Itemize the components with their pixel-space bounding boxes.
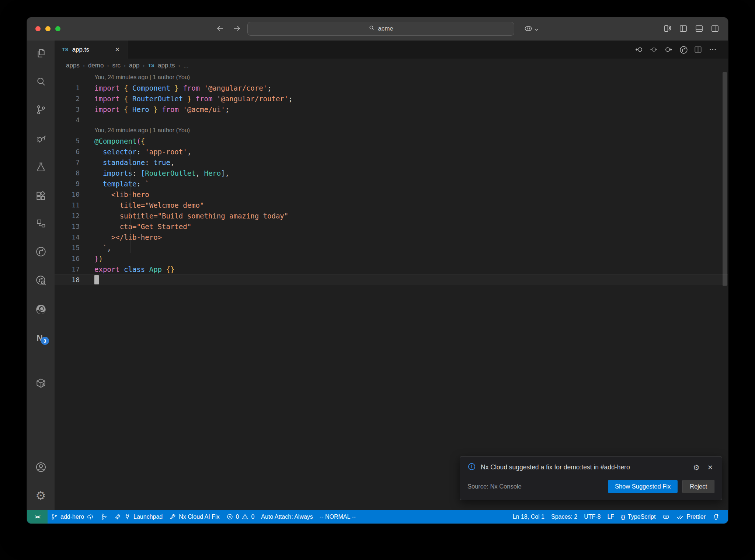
notification-source: Source: Nx Console bbox=[467, 483, 608, 490]
settings-gear-icon[interactable]: ⚙ bbox=[35, 489, 47, 502]
split-editor-icon[interactable] bbox=[694, 45, 702, 54]
code-line-16[interactable]: 16}) bbox=[55, 253, 728, 264]
nx-console-icon[interactable]: N› 3 bbox=[35, 332, 47, 344]
code-line-10[interactable]: 10 <lib-hero bbox=[55, 189, 728, 200]
branch-indicator[interactable]: add-hero bbox=[48, 510, 97, 524]
code-line-6[interactable]: 6 selector: 'app-root', bbox=[55, 146, 728, 157]
notification-close-icon[interactable]: ✕ bbox=[706, 463, 714, 472]
command-center-search[interactable]: acme bbox=[247, 22, 514, 36]
breadcrumb-item-symbol[interactable]: ... bbox=[183, 62, 188, 69]
breadcrumb-item-demo[interactable]: demo bbox=[88, 62, 104, 69]
search-icon bbox=[368, 25, 375, 33]
explorer-icon[interactable] bbox=[35, 47, 47, 59]
code-line-17[interactable]: 17export class App {} bbox=[55, 264, 728, 274]
problems-item[interactable]: 0 0 bbox=[223, 510, 258, 524]
testing-icon[interactable] bbox=[35, 161, 47, 173]
nx-cloud-fix-item[interactable]: Nx Cloud AI Fix bbox=[166, 510, 223, 524]
indentation-item[interactable]: Spaces: 2 bbox=[548, 510, 581, 524]
search-value: acme bbox=[378, 25, 393, 32]
copilot-status-item[interactable] bbox=[659, 510, 673, 524]
source-control-graph-item[interactable] bbox=[97, 510, 111, 524]
code-line-9[interactable]: 9 template: ` bbox=[55, 178, 728, 189]
history-forward-icon[interactable] bbox=[233, 24, 241, 33]
code-line-5[interactable]: 5@Component({ bbox=[55, 136, 728, 146]
formatter-item[interactable]: Prettier bbox=[673, 510, 709, 524]
accounts-icon[interactable] bbox=[35, 461, 47, 473]
show-suggested-fix-button[interactable]: Show Suggested Fix bbox=[608, 480, 678, 493]
breadcrumb: apps › demo › src › app › TS app.ts › ..… bbox=[55, 59, 728, 72]
code-line-3[interactable]: 3import { Hero } from '@acme/ui'; bbox=[55, 104, 728, 115]
code-line-13[interactable]: 13 cta="Get Started" bbox=[55, 221, 728, 232]
tab-close-icon[interactable]: ✕ bbox=[114, 45, 121, 54]
nx-badge: 3 bbox=[41, 337, 49, 345]
breadcrumb-item-file[interactable]: app.ts bbox=[158, 62, 175, 69]
nx-cloud-icon[interactable] bbox=[35, 274, 47, 287]
code-line-18[interactable]: 18 bbox=[55, 274, 728, 285]
code-line-14[interactable]: 14 ></lib-hero> bbox=[55, 232, 728, 242]
toggle-panel-icon[interactable] bbox=[695, 24, 703, 33]
tab-bar: TS app.ts ✕ bbox=[55, 41, 728, 59]
notifications-bell-item[interactable] bbox=[709, 510, 723, 524]
zoom-window-button[interactable] bbox=[55, 26, 60, 31]
notification-message: Nx Cloud suggested a fix for demo:test i… bbox=[481, 463, 687, 471]
code-line-1[interactable]: 1import { Component } from '@angular/cor… bbox=[55, 83, 728, 93]
search-icon[interactable] bbox=[35, 76, 47, 88]
wrench-icon bbox=[169, 513, 176, 520]
remote-indicator[interactable]: >< bbox=[27, 510, 48, 524]
code-line-11[interactable]: 11 title="Welcmoe demo" bbox=[55, 200, 728, 210]
code-line-2[interactable]: 2import { RouterOutlet } from '@angular/… bbox=[55, 93, 728, 104]
code-line-12[interactable]: 12 subtitle="Build something amazing tod… bbox=[55, 210, 728, 221]
cursor-position-item[interactable]: Ln 18, Col 1 bbox=[509, 510, 548, 524]
extensions-icon[interactable] bbox=[35, 190, 47, 202]
breadcrumb-item-src[interactable]: src bbox=[112, 62, 121, 69]
copilot-icon bbox=[662, 513, 670, 521]
code-line-8[interactable]: 8 imports: [RouterOutlet, Hero], bbox=[55, 168, 728, 178]
edge-browser-icon[interactable] bbox=[35, 303, 47, 316]
code-line-7[interactable]: 7 standalone: true, bbox=[55, 157, 728, 168]
double-check-icon bbox=[676, 513, 684, 521]
minimize-window-button[interactable] bbox=[45, 26, 51, 31]
reject-button[interactable]: Reject bbox=[682, 480, 714, 493]
history-back-icon[interactable] bbox=[216, 24, 225, 33]
tab-label: app.ts bbox=[72, 46, 114, 53]
nav-back-icon[interactable] bbox=[635, 45, 643, 54]
containers-icon[interactable] bbox=[35, 377, 47, 389]
activity-bar: N› 3 ⚙ bbox=[27, 41, 55, 510]
hierarchy-icon[interactable] bbox=[35, 217, 47, 230]
plug-icon bbox=[124, 513, 131, 520]
more-actions-icon[interactable] bbox=[709, 45, 717, 54]
breadcrumb-item-apps[interactable]: apps bbox=[66, 62, 80, 69]
tab-app-ts[interactable]: TS app.ts ✕ bbox=[55, 41, 128, 59]
eol-item[interactable]: LF bbox=[604, 510, 617, 524]
nx-run-target-icon[interactable] bbox=[679, 45, 688, 54]
warning-icon bbox=[241, 513, 248, 520]
status-bar: >< add-hero Launchpad bbox=[27, 510, 728, 524]
code-line-4[interactable]: 4 bbox=[55, 115, 728, 125]
language-mode-item[interactable]: {} TypeScript bbox=[617, 510, 659, 524]
launchpad-item[interactable]: Launchpad bbox=[111, 510, 166, 524]
toggle-primary-sidebar-icon[interactable] bbox=[679, 24, 688, 33]
copilot-menu[interactable] bbox=[524, 24, 539, 34]
nav-forward-icon[interactable] bbox=[664, 45, 673, 54]
close-window-button[interactable] bbox=[35, 26, 41, 31]
bell-icon bbox=[712, 513, 720, 521]
breadcrumb-item-app[interactable]: app bbox=[129, 62, 139, 69]
run-debug-icon[interactable] bbox=[35, 132, 47, 145]
breadcrumb-separator: › bbox=[124, 62, 126, 69]
typescript-file-icon: TS bbox=[148, 63, 154, 68]
nx-project-graph-icon[interactable] bbox=[35, 245, 47, 258]
title-bar: acme bbox=[27, 17, 728, 41]
notification-settings-icon[interactable]: ⚙ bbox=[692, 463, 701, 472]
cloud-upload-icon bbox=[87, 513, 94, 521]
code-line-15[interactable]: 15 `, bbox=[55, 242, 728, 253]
editor[interactable]: You, 24 minutes ago | 1 author (You)1imp… bbox=[55, 72, 728, 510]
auto-attach-item[interactable]: Auto Attach: Always bbox=[258, 510, 316, 524]
source-control-icon[interactable] bbox=[35, 104, 47, 116]
traffic-lights bbox=[35, 26, 60, 31]
editor-scrollbar[interactable] bbox=[723, 72, 727, 286]
customize-layout-icon[interactable] bbox=[663, 24, 672, 33]
encoding-item[interactable]: UTF-8 bbox=[581, 510, 604, 524]
toggle-secondary-sidebar-icon[interactable] bbox=[711, 24, 719, 33]
vim-mode-indicator[interactable]: -- NORMAL -- bbox=[316, 510, 359, 524]
nav-position-icon[interactable] bbox=[650, 45, 658, 54]
